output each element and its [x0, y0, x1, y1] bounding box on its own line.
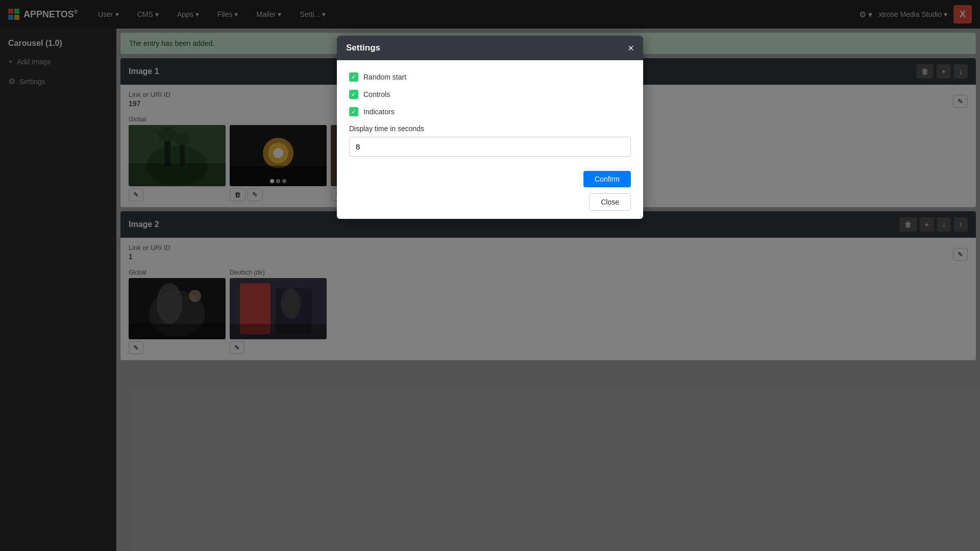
modal-close-row: Close: [337, 191, 643, 219]
settings-modal: Settings × ✓ Random start ✓ Controls ✓ I…: [337, 36, 643, 219]
modal-close-x-button[interactable]: ×: [628, 43, 634, 53]
close-button[interactable]: Close: [589, 193, 631, 211]
confirm-button[interactable]: Confirm: [583, 171, 631, 187]
checkbox-controls-row: ✓ Controls: [349, 90, 631, 99]
display-time-label: Display time in seconds: [349, 124, 631, 133]
checkbox-indicators[interactable]: ✓: [349, 107, 358, 116]
checkbox-random-start[interactable]: ✓: [349, 72, 358, 82]
checkbox-controls[interactable]: ✓: [349, 90, 358, 99]
modal-confirm-row: Confirm: [337, 165, 643, 191]
display-time-input[interactable]: [349, 137, 631, 157]
checkbox-random-start-row: ✓ Random start: [349, 72, 631, 82]
checkbox-indicators-row: ✓ Indicators: [349, 107, 631, 116]
checkbox-controls-label: Controls: [363, 90, 390, 98]
checkbox-random-start-label: Random start: [363, 73, 406, 81]
modal-body: ✓ Random start ✓ Controls ✓ Indicators D…: [337, 60, 643, 165]
checkbox-indicators-label: Indicators: [363, 108, 395, 116]
modal-title: Settings: [346, 43, 380, 53]
modal-header: Settings ×: [337, 36, 643, 60]
modal-overlay: Settings × ✓ Random start ✓ Controls ✓ I…: [0, 0, 980, 551]
